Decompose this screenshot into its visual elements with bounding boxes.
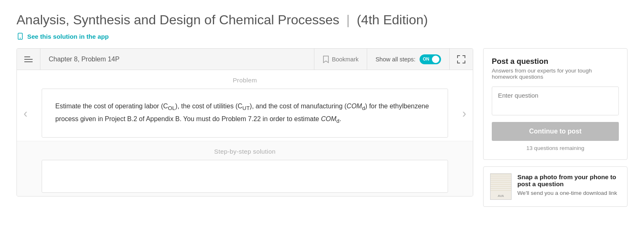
steps-toggle[interactable]: ON: [420, 54, 441, 64]
show-steps-label: Show all steps:: [375, 56, 415, 63]
post-question-card: Post a question Answers from our experts…: [483, 48, 627, 160]
menu-button[interactable]: [17, 49, 40, 70]
bookmark-label: Bookmark: [332, 56, 359, 63]
bookmark-icon: [323, 55, 329, 63]
post-question-subtitle: Answers from our experts for your tough …: [492, 68, 619, 80]
app-link-label: See this solution in the app: [27, 33, 109, 40]
snap-thumbnail-label: AVA: [498, 194, 504, 198]
show-steps-control: Show all steps: ON: [367, 49, 450, 70]
post-question-title: Post a question: [492, 57, 619, 66]
sidebar: Post a question Answers from our experts…: [483, 48, 627, 207]
problem-section: Problem ‹ Estimate the cost of operating…: [17, 70, 473, 141]
question-input[interactable]: [492, 87, 619, 115]
questions-remaining: 13 questions remaining: [492, 145, 619, 151]
toolbar: Chapter 8, Problem 14P Bookmark Show all…: [17, 49, 473, 70]
solution-section-label: Step-by-step solution: [17, 148, 473, 155]
snap-thumbnail: AVA: [490, 173, 512, 200]
prev-arrow[interactable]: ‹: [20, 103, 31, 123]
step-solution-section: Step-by-step solution: [17, 141, 473, 196]
app-link[interactable]: See this solution in the app: [17, 33, 627, 40]
problem-card: Estimate the cost of operating labor (CO…: [42, 89, 448, 138]
expand-icon: [457, 55, 465, 63]
next-arrow[interactable]: ›: [459, 103, 469, 123]
main-layout: Chapter 8, Problem 14P Bookmark Show all…: [17, 48, 627, 207]
snap-card-description: We'll send you a one-time download link: [517, 189, 620, 197]
page-title: Analysis, Synthesis and Design of Chemic…: [17, 12, 627, 28]
title-separator: |: [346, 12, 349, 27]
snap-card-title: Snap a photo from your phone to post a q…: [517, 173, 620, 187]
expand-button[interactable]: [450, 49, 473, 70]
continue-post-button[interactable]: Continue to post: [492, 122, 619, 141]
title-text: Analysis, Synthesis and Design of Chemic…: [17, 12, 340, 27]
chapter-label: Chapter 8, Problem 14P: [40, 56, 314, 63]
toggle-knob: [432, 56, 439, 63]
problem-nav-area: ‹ Estimate the cost of operating labor (…: [17, 89, 473, 138]
snap-card-content: Snap a photo from your phone to post a q…: [517, 173, 620, 197]
phone-icon: [17, 33, 24, 40]
bookmark-button[interactable]: Bookmark: [314, 49, 367, 70]
content-area: Chapter 8, Problem 14P Bookmark Show all…: [17, 48, 473, 197]
solution-preview: [42, 160, 448, 193]
toggle-on-text: ON: [423, 57, 429, 61]
problem-section-label: Problem: [17, 77, 473, 84]
problem-text: Estimate the cost of operating labor (CO…: [55, 101, 434, 126]
snap-card: AVA Snap a photo from your phone to post…: [483, 166, 627, 207]
hamburger-icon: [24, 56, 33, 62]
edition-text: (4th Edition): [357, 12, 428, 27]
toggle-switch[interactable]: ON: [420, 54, 441, 64]
